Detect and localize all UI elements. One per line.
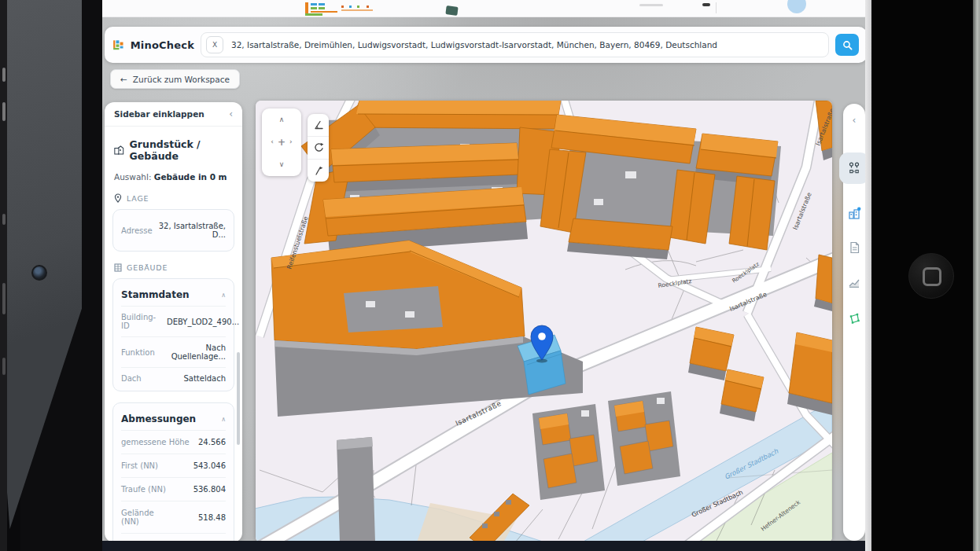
search-button[interactable]: [835, 34, 859, 56]
toolbar-collapse-button[interactable]: ‹: [843, 108, 865, 132]
card-header[interactable]: Stammdaten ∧: [121, 282, 226, 306]
table-row: gemessene Höhe 24.566: [121, 430, 226, 454]
text-fragment: [639, 4, 663, 6]
chevron-up-icon: ∧: [221, 416, 226, 423]
device-bezel-right: [871, 0, 980, 551]
address-card[interactable]: Adresse 32, Isartalstraße, D...: [112, 209, 234, 252]
search-field[interactable]: X 32, Isartalstraße, Dreimühlen, Ludwigs…: [201, 32, 829, 57]
card-header[interactable]: Abmessungen ∧: [121, 406, 226, 430]
chart-tool-button[interactable]: [843, 270, 865, 294]
route-compare-icon: [848, 162, 860, 174]
table-row: Building-ID DEBY_LOD2_490...: [121, 306, 226, 336]
partial-logo: [305, 1, 431, 17]
perspective-button[interactable]: [308, 159, 329, 182]
tilt-button[interactable]: [308, 114, 329, 136]
brand-name: MinoCheck: [131, 39, 194, 51]
device-bezel-left: [0, 0, 102, 551]
divider: [105, 126, 242, 127]
clear-search-button[interactable]: X: [206, 36, 223, 53]
document-icon: [849, 241, 860, 254]
home-button-icon: [923, 267, 941, 286]
rotate-icon: [313, 142, 324, 153]
bottom-dark-strip: [102, 541, 865, 551]
map-area-icon: [848, 312, 861, 325]
gebaeude-section-label: GEBÄUDE: [114, 263, 233, 272]
area-tool-button[interactable]: [843, 307, 865, 330]
map-3d-view[interactable]: Reifenstuelstraße Roecklplatz Roecklplat…: [256, 101, 832, 542]
table-row: Gelände (NN) 518.48: [121, 501, 226, 533]
pan-center-icon[interactable]: +: [278, 138, 286, 147]
building-grid-icon: [114, 263, 122, 272]
selection-status: Auswahl: Gebäude in 0 m: [114, 172, 233, 182]
tilt-angle-icon: [313, 119, 324, 130]
page-title: Grundstück / Gebäude: [130, 138, 233, 162]
back-to-workspace-button[interactable]: ← Zurück zum Workspace: [110, 69, 240, 89]
chart-icon: [848, 277, 860, 288]
lage-section-label: LAGE: [114, 193, 233, 203]
chevron-left-icon: ‹: [853, 116, 857, 125]
perspective-icon: [313, 165, 324, 176]
section-heading: Grundstück / Gebäude: [114, 138, 233, 162]
search-value[interactable]: 32, Isartalstraße, Dreimühlen, Ludwigsvo…: [231, 40, 717, 50]
building-cluster-northwest: [301, 101, 561, 253]
route-compare-tool-selected[interactable]: [839, 152, 865, 184]
table-row: Dach Satteldach: [121, 367, 226, 389]
buildings-icon: [848, 207, 861, 220]
tablet-photo: MinoCheck X 32, Isartalstraße, Dreimühle…: [0, 0, 980, 551]
table-row: Traufe (NN) 536.804: [121, 477, 226, 501]
table-row: Funktion Nach Quellenlage...: [121, 336, 226, 367]
divider: [716, 2, 717, 13]
map-canvas: Reifenstuelstraße Roecklplatz Roecklplat…: [256, 101, 832, 542]
property-sidebar: Sidebar einklappen ‹ Grundstück / Gebäud…: [105, 102, 242, 542]
screen-right-edge: [865, 0, 871, 551]
table-row: First (NN) 543.046: [121, 454, 226, 477]
table-row: Adresse 32, Isartalstraße, D...: [113, 210, 234, 251]
pan-right-button[interactable]: ›: [289, 138, 293, 145]
camera-lens-icon: [31, 265, 47, 281]
map-view-controls: [308, 114, 329, 182]
text-fragment: [702, 3, 710, 6]
sidebar-scrollbar[interactable]: [237, 352, 240, 445]
chevron-left-icon: ‹: [229, 109, 233, 119]
chevron-up-icon: ∧: [221, 292, 226, 299]
background-speck: [445, 6, 458, 16]
right-toolbar: ‹: [843, 104, 865, 541]
pan-down-button[interactable]: ∨: [279, 161, 285, 168]
app-screen: MinoCheck X 32, Isartalstraße, Dreimühle…: [102, 0, 865, 551]
home-button[interactable]: [908, 253, 954, 299]
sidebar-collapse-toggle[interactable]: Sidebar einklappen ‹: [105, 102, 242, 126]
minocheck-logo-icon: [112, 35, 124, 55]
pan-left-button[interactable]: ‹: [271, 138, 274, 145]
building-house-icon: [114, 145, 124, 156]
pan-up-button[interactable]: ∧: [279, 116, 285, 123]
avatar[interactable]: [787, 0, 806, 13]
document-tool-button[interactable]: [843, 236, 865, 259]
map-pan-control: ∧ ‹ + › ∨: [262, 108, 301, 176]
rotate-button[interactable]: [308, 136, 329, 159]
top-cutoff-bar: [102, 0, 865, 17]
search-icon: [842, 40, 853, 50]
brand[interactable]: MinoCheck: [112, 35, 194, 55]
stammdaten-card: Stammdaten ∧ Building-ID DEBY_LOD2_490..…: [112, 278, 234, 391]
app-header: MinoCheck X 32, Isartalstraße, Dreimühle…: [105, 27, 865, 63]
back-arrow-icon: ←: [120, 75, 127, 84]
abmessungen-card: Abmessungen ∧ gemessene Höhe 24.566 Firs…: [112, 402, 234, 542]
location-pin-icon: [114, 193, 122, 203]
buildings-tool-button[interactable]: [843, 201, 865, 225]
